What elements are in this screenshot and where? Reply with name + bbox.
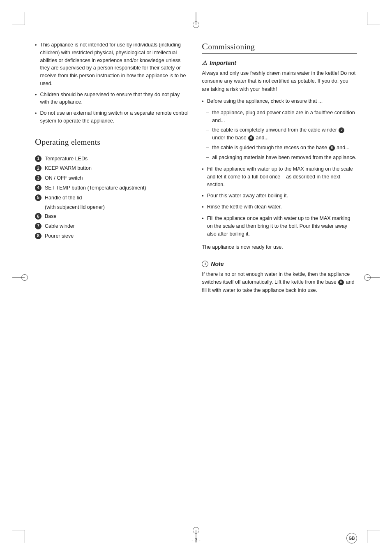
bullet-dot: • bbox=[35, 110, 37, 118]
fill-text-3: Rinse the kettle with clean water. bbox=[207, 203, 282, 211]
item-number-inline: 6 bbox=[329, 145, 335, 151]
bullet-dot: • bbox=[202, 215, 203, 223]
bullet-dot: • bbox=[202, 98, 203, 106]
list-item: • Before using the appliance, check to e… bbox=[202, 97, 357, 106]
item-number: 4 bbox=[35, 185, 42, 191]
intro-text-1: This appliance is not intended for use b… bbox=[40, 41, 189, 88]
item-number-inline: 6 bbox=[248, 135, 254, 141]
crop-mark bbox=[12, 25, 25, 25]
note-header: i Note bbox=[202, 261, 357, 267]
reg-circle bbox=[364, 274, 371, 281]
item-subtext: (with subjacent lid opener) bbox=[35, 204, 189, 211]
before-using-text: Before using the appliance, check to ens… bbox=[207, 97, 323, 105]
list-item: – the cable is completely unwound from t… bbox=[202, 126, 357, 142]
right-column: Commissioning ⚠ Important Always and onl… bbox=[202, 41, 357, 522]
dash-mark: – bbox=[206, 154, 209, 162]
bullet-dot: • bbox=[35, 91, 37, 99]
list-item: 2 KEEP WARM button bbox=[35, 164, 189, 172]
reg-circle bbox=[193, 527, 199, 534]
item-label: Handle of the lid bbox=[45, 194, 82, 202]
item-number: 3 bbox=[35, 175, 42, 181]
item-number-inline: 6 bbox=[338, 280, 344, 285]
fill-text-1: Fill the appliance with water up to the … bbox=[207, 165, 357, 188]
crop-mark bbox=[367, 25, 380, 25]
crop-mark bbox=[12, 530, 25, 530]
dash-text-4: all packaging materials have been remove… bbox=[212, 154, 356, 162]
list-item: • Do not use an external timing switch o… bbox=[35, 109, 189, 125]
left-column: • This appliance is not intended for use… bbox=[35, 41, 189, 522]
note-section: i Note If there is no or not enough wate… bbox=[202, 261, 357, 294]
intro-text-3: Do not use an external timing switch or … bbox=[40, 109, 189, 125]
crop-mark bbox=[25, 12, 25, 25]
reg-circle bbox=[21, 274, 28, 281]
country-badge: GB bbox=[346, 533, 357, 543]
list-item: • Fill the appliance once again with wat… bbox=[202, 215, 357, 238]
dash-mark: – bbox=[206, 144, 209, 152]
dash-mark: – bbox=[206, 126, 209, 134]
list-item: 7 Cable winder bbox=[35, 222, 189, 230]
dash-text-2: the cable is completely unwound from the… bbox=[212, 126, 357, 142]
list-item: 6 Base bbox=[35, 213, 189, 220]
list-item: 5 Handle of the lid bbox=[35, 194, 189, 202]
page: • This appliance is not intended for use… bbox=[0, 0, 392, 555]
bullet-dot: • bbox=[35, 42, 37, 49]
crop-mark bbox=[367, 12, 367, 25]
footer: - 3 - bbox=[0, 537, 392, 543]
dash-mark: – bbox=[206, 109, 209, 117]
item-number: 7 bbox=[35, 223, 42, 229]
fill-text-4: Fill the appliance once again with water… bbox=[207, 215, 357, 238]
item-label: Base bbox=[45, 213, 57, 220]
crop-mark bbox=[367, 530, 380, 530]
item-label: ON / OFF switch bbox=[45, 174, 83, 182]
commissioning-section: Commissioning ⚠ Important Always and onl… bbox=[202, 41, 357, 294]
list-item: – the cable is guided through the recess… bbox=[202, 144, 357, 152]
reg-circle bbox=[193, 21, 199, 28]
intro-text-2: Children should be supervised to ensure … bbox=[40, 91, 189, 106]
item-label: Pourer sieve bbox=[45, 232, 74, 240]
item-number: 2 bbox=[35, 165, 42, 171]
list-item: 8 Pourer sieve bbox=[35, 232, 189, 240]
important-label: Important bbox=[210, 60, 236, 66]
content-area: • This appliance is not intended for use… bbox=[35, 41, 357, 522]
list-item: • Pour this water away after boiling it. bbox=[202, 192, 357, 200]
commissioning-title: Commissioning bbox=[202, 41, 357, 54]
list-item: 3 ON / OFF switch bbox=[35, 174, 189, 182]
list-item: 1 Temperature LEDs bbox=[35, 155, 189, 163]
dash-text-3: the cable is guided through the recess o… bbox=[212, 144, 349, 152]
item-number: 1 bbox=[35, 155, 42, 162]
list-item: • Children should be supervised to ensur… bbox=[35, 91, 189, 106]
dash-text-1: the appliance, plug and power cable are … bbox=[212, 109, 357, 125]
list-item: 4 SET TEMP button (Temperature adjustmen… bbox=[35, 184, 189, 192]
important-text: Always and only use freshly drawn mains … bbox=[202, 69, 357, 93]
operating-elements-title: Operating elements bbox=[35, 136, 189, 149]
warning-triangle-icon: ⚠ bbox=[202, 60, 207, 66]
page-number: - 3 - bbox=[191, 537, 200, 543]
list-item: • Fill the appliance with water up to th… bbox=[202, 165, 357, 188]
item-label: SET TEMP button (Temperature adjustment) bbox=[45, 184, 146, 192]
item-number: 6 bbox=[35, 213, 42, 220]
bullet-dot: • bbox=[202, 166, 203, 173]
bullet-dot: • bbox=[202, 192, 203, 200]
intro-bullets: • This appliance is not intended for use… bbox=[35, 41, 189, 125]
item-label: KEEP WARM button bbox=[45, 164, 92, 172]
list-item: • Rinse the kettle with clean water. bbox=[202, 203, 357, 211]
two-column-layout: • This appliance is not intended for use… bbox=[35, 41, 357, 522]
ready-text: The appliance is now ready for use. bbox=[202, 243, 357, 251]
info-circle-icon: i bbox=[202, 261, 208, 267]
bullet-dot: • bbox=[202, 204, 203, 211]
note-text: If there is no or not enough water in th… bbox=[202, 271, 357, 294]
important-header: ⚠ Important bbox=[202, 60, 357, 66]
item-label: Temperature LEDs bbox=[45, 155, 88, 163]
fill-text-2: Pour this water away after boiling it. bbox=[207, 192, 288, 200]
item-number: 8 bbox=[35, 233, 42, 239]
item-label: Cable winder bbox=[45, 222, 75, 230]
operating-elements-section: Operating elements 1 Temperature LEDs 2 … bbox=[35, 136, 189, 240]
item-number: 5 bbox=[35, 194, 42, 201]
note-label: Note bbox=[211, 261, 224, 267]
list-item: – the appliance, plug and power cable ar… bbox=[202, 109, 357, 125]
list-item: • This appliance is not intended for use… bbox=[35, 41, 189, 88]
item-number-inline: 7 bbox=[339, 127, 344, 133]
list-item: – all packaging materials have been remo… bbox=[202, 154, 357, 162]
